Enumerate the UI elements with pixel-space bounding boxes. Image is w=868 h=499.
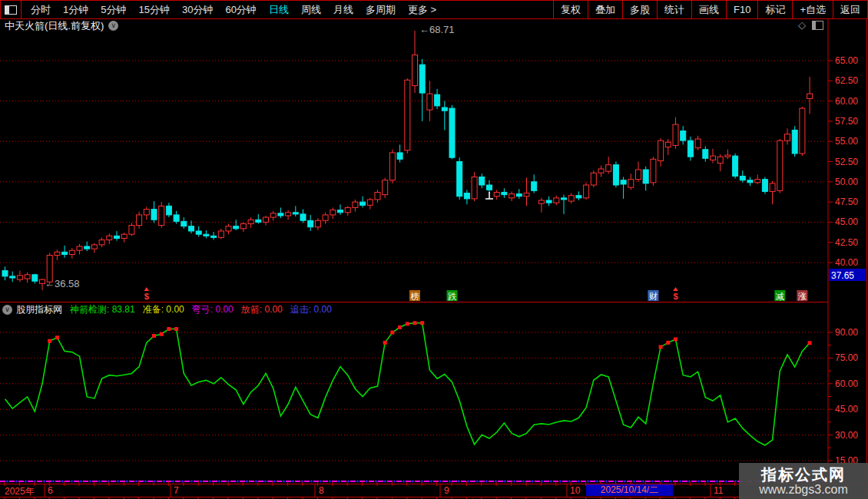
candle-body: [129, 226, 134, 235]
candle-body: [665, 142, 671, 147]
tool-button-统计[interactable]: 统计: [657, 1, 691, 18]
indicator-axis-label: 75.00: [835, 352, 858, 363]
signal-dot: [413, 321, 417, 325]
period-tab-日线[interactable]: 日线: [263, 3, 295, 17]
candle-body: [137, 215, 142, 226]
period-tab-30分钟[interactable]: 30分钟: [176, 3, 219, 17]
title-right-icons: ◇: [798, 20, 823, 30]
tool-button-F10[interactable]: F10: [726, 1, 757, 18]
candle-body: [278, 213, 283, 216]
candle-body: [435, 94, 440, 106]
candle-body: [62, 252, 68, 254]
period-tab-15分钟[interactable]: 15分钟: [132, 3, 175, 17]
candle-body: [114, 236, 120, 238]
period-tab-60分钟[interactable]: 60分钟: [219, 3, 262, 17]
badge-label-财: 财: [649, 292, 658, 301]
signal-dot: [55, 335, 59, 339]
candle-body: [412, 55, 418, 86]
price-axis-label: 42.50: [835, 237, 858, 248]
candle-body: [2, 271, 8, 276]
candle-body: [777, 140, 783, 190]
sell-signal-icon: $: [144, 292, 149, 301]
candle-body: [256, 220, 261, 222]
signal-dot: [666, 341, 670, 345]
diamond-icon[interactable]: ◇: [798, 20, 806, 30]
period-tab-多周期[interactable]: 多周期: [359, 3, 402, 17]
candle-body: [397, 153, 403, 159]
candle-body: [516, 194, 522, 197]
tools-menu: 复权叠加多股统计画线F10标记+自选返回: [553, 1, 867, 18]
candle-body: [25, 275, 30, 279]
date-label-6: 6: [48, 485, 53, 496]
period-menu: 分时1分钟5分钟15分钟30分钟60分钟日线周线月线多周期更多 >: [22, 1, 442, 18]
tool-button-返回[interactable]: 返回: [833, 1, 867, 18]
candle-body: [584, 185, 589, 198]
candle-body: [681, 131, 686, 141]
indicator-field-追击: 追击: 0.00: [290, 303, 332, 316]
candle-body: [472, 177, 477, 198]
tool-button-标记[interactable]: 标记: [757, 1, 792, 18]
candle-body: [800, 108, 805, 154]
candle-body: [263, 217, 269, 222]
candle-body: [747, 180, 753, 183]
period-tab-更多 >[interactable]: 更多 >: [402, 3, 442, 17]
signal-dot: [167, 327, 171, 331]
signal-dot: [48, 339, 51, 343]
candle-body: [121, 234, 127, 238]
candle-body: [99, 240, 104, 245]
candle-body: [270, 213, 276, 217]
candle-body: [464, 193, 469, 199]
signal-dot: [406, 322, 409, 326]
candle-body: [621, 180, 626, 184]
candle-body: [711, 156, 716, 160]
badge-label-涨: 涨: [798, 292, 807, 301]
title-bar: 中天火箭(日线.前复权) ∨: [5, 20, 118, 31]
watermark-url: www.zbgs3.com: [759, 483, 848, 497]
candle-body: [189, 226, 194, 231]
period-tab-周线[interactable]: 周线: [295, 3, 327, 17]
period-tab-分时[interactable]: 分时: [25, 3, 57, 17]
candle-body: [159, 206, 164, 225]
signal-dot: [390, 331, 394, 335]
candle-body: [144, 210, 149, 215]
candle-body: [568, 196, 574, 201]
chevron-circle-icon[interactable]: ∨: [2, 305, 12, 315]
candle-body: [532, 182, 537, 191]
sell-arrow-icon: [673, 287, 678, 291]
candle-body: [576, 196, 581, 198]
signal-dot: [674, 337, 678, 341]
candle-body: [762, 180, 767, 192]
candle-body: [218, 231, 224, 237]
candle-body: [226, 226, 231, 231]
indicator-header: ∨ 股朋指标网 神箭检测: 83.81准备: 0.00弯弓: 0.00放箭: 0…: [2, 304, 340, 316]
candle-body: [591, 173, 596, 185]
period-tab-月线[interactable]: 月线: [327, 3, 359, 17]
chevron-down-icon[interactable]: ∨: [108, 21, 118, 31]
candle-body: [770, 183, 775, 192]
period-tab-1分钟[interactable]: 1分钟: [57, 3, 94, 17]
candle-body: [755, 180, 760, 183]
panel-layout-icon[interactable]: [812, 21, 823, 30]
candle-body: [487, 185, 492, 190]
tool-button-多股[interactable]: 多股: [622, 1, 657, 18]
tool-button-+自选[interactable]: +自选: [792, 1, 833, 18]
candle-body: [636, 170, 641, 180]
date-label-7: 7: [174, 485, 179, 496]
candle-body: [166, 206, 171, 215]
tool-button-叠加[interactable]: 叠加: [588, 1, 622, 18]
candle-body: [323, 215, 328, 220]
candle-body: [494, 192, 499, 196]
layout-split-icon[interactable]: [1, 1, 22, 18]
candle-body: [717, 157, 723, 163]
candle-body: [651, 159, 656, 183]
period-tab-5分钟[interactable]: 5分钟: [94, 3, 132, 17]
chart-canvas[interactable]: $$榜跌财减涨65.0062.5060.0057.5055.0052.5050.…: [0, 0, 868, 499]
candle-body: [785, 134, 790, 140]
price-axis-label: 62.50: [835, 75, 858, 86]
indicator-source-label[interactable]: 股朋指标网: [16, 303, 62, 316]
candle-body: [293, 213, 298, 214]
candle-body: [55, 252, 60, 255]
tool-button-画线[interactable]: 画线: [691, 1, 726, 18]
date-label-2025年: 2025年: [5, 485, 35, 498]
tool-button-复权[interactable]: 复权: [553, 1, 588, 18]
